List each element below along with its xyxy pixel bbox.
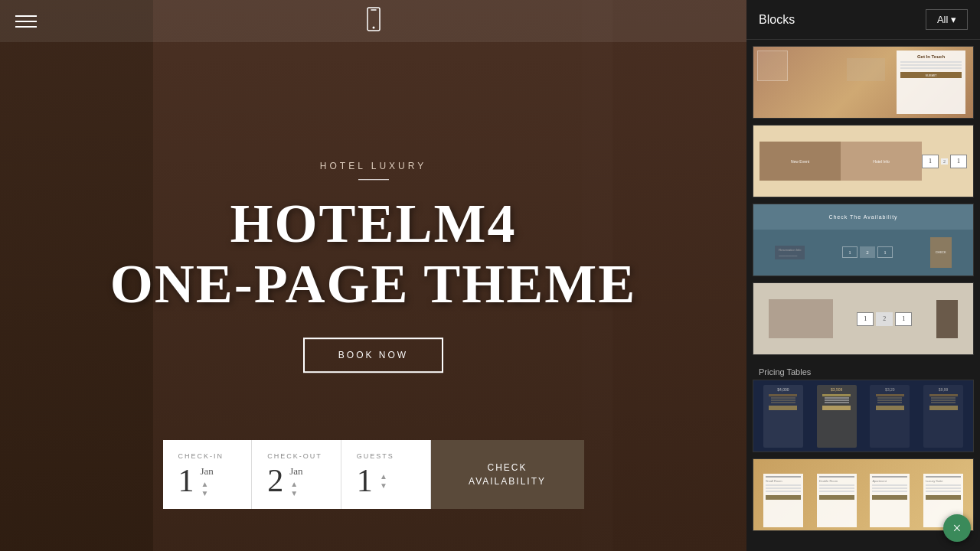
hero-content: HOTEL LUXURY HOTELM4 ONE-PAGE THEME BOOK… (106, 161, 642, 373)
block-thumb-hotel-services[interactable]: $4,000 $3,509 $3,20 (753, 380, 974, 452)
hero-title-line1: HOTELM4 (106, 194, 642, 254)
guests-field: GUESTS 1 ▲ ▼ (341, 440, 431, 509)
checkout-label: CHECK-OUT (267, 452, 325, 460)
block-thumb-booking[interactable]: New Event Hotel Info 1 2 1 (753, 125, 974, 197)
checkout-decrement[interactable]: ▼ (289, 490, 299, 496)
hero-subtitle: HOTEL LUXURY (106, 161, 642, 171)
guests-increment[interactable]: ▲ (379, 473, 388, 479)
all-dropdown-button[interactable]: All ▾ (926, 9, 968, 30)
block-thumb-our-rooms[interactable]: Small Room Double Room Apartment (753, 458, 974, 531)
blocks-panel: Blocks All ▾ Get In Touch SUBMIT (746, 0, 980, 551)
checkin-decrement[interactable]: ▼ (201, 490, 210, 496)
hero-title-line2: ONE-PAGE THEME (106, 254, 642, 315)
guests-decrement[interactable]: ▼ (379, 482, 388, 488)
block-thumb-contact[interactable]: Get In Touch SUBMIT (753, 46, 974, 119)
checkout-number: 2 (267, 465, 283, 497)
blocks-title: Blocks (759, 13, 795, 27)
hamburger-menu[interactable] (15, 15, 37, 28)
pricing-section-label: Pricing Tables (753, 361, 974, 380)
guests-label: GUESTS (357, 452, 415, 460)
phone-icon (366, 7, 381, 36)
blocks-scroll[interactable]: Get In Touch SUBMIT New Event Hotel Info… (746, 40, 980, 551)
book-now-button[interactable]: BOOK NOW (303, 338, 443, 373)
booking-bar: CHECK-IN 1 Jan ▲ ▼ CHECK-OUT 2 Jan (163, 440, 584, 509)
checkout-field: CHECK-OUT 2 Jan ▲ ▼ (252, 440, 341, 509)
svg-point-1 (372, 26, 374, 28)
check-availability-label: CHECK AVAILABILITY (469, 461, 546, 488)
checkout-month: Jan (289, 465, 302, 478)
block-thumb-alt[interactable]: 1 2 1 (753, 282, 974, 355)
guests-number: 1 (357, 465, 373, 497)
hero-divider (358, 179, 389, 180)
check-availability-button[interactable]: CHECK AVAILABILITY (431, 440, 584, 509)
block-thumb-check-avail[interactable]: Check The Availability Reservation Info … (753, 204, 974, 276)
blocks-header: Blocks All ▾ (746, 0, 980, 40)
checkin-label: CHECK-IN (178, 452, 237, 460)
checkin-field: CHECK-IN 1 Jan ▲ ▼ (163, 440, 253, 509)
fab-close-button[interactable]: × (943, 514, 971, 542)
hero-title: HOTELM4 ONE-PAGE THEME (106, 194, 642, 315)
top-bar (0, 0, 746, 42)
checkin-month: Jan (201, 465, 214, 478)
checkin-number: 1 (178, 465, 194, 497)
editor-panel: HOTEL LUXURY HOTELM4 ONE-PAGE THEME BOOK… (0, 0, 746, 551)
checkin-increment[interactable]: ▲ (201, 481, 210, 487)
checkout-increment[interactable]: ▲ (289, 481, 299, 487)
